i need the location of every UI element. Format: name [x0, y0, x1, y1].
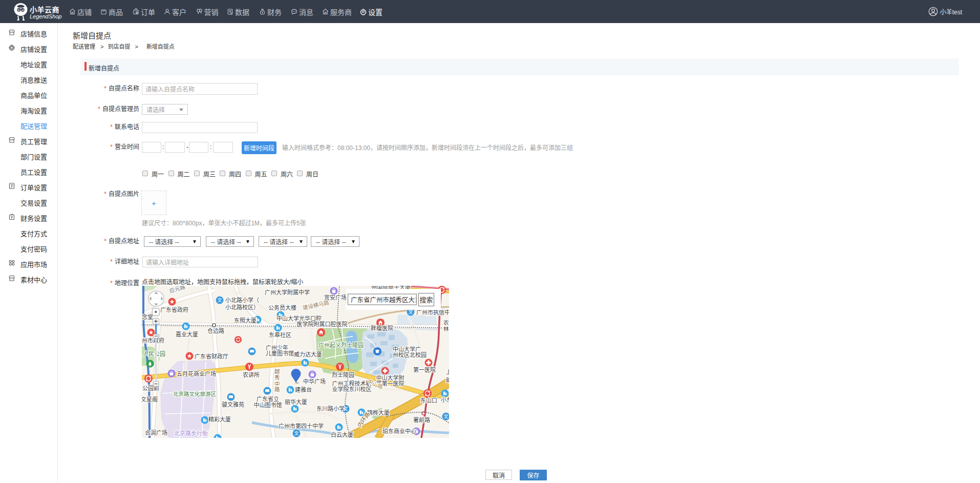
- svg-text:东山口: 东山口: [420, 397, 437, 404]
- svg-text:北京路步行街: 北京路步行街: [174, 430, 208, 436]
- svg-text:威力达大厦: 威力达大厦: [294, 351, 322, 358]
- svg-text:农: 农: [443, 320, 449, 326]
- svg-text:文星阁: 文星阁: [142, 396, 158, 403]
- svg-text:念堂: 念堂: [142, 313, 153, 320]
- svg-text:东川路小学: 东川路小学: [316, 405, 345, 412]
- svg-text:胖瘤医院: 胖瘤医院: [371, 325, 393, 331]
- svg-text:小北路小学（: 小北路小学（: [225, 297, 259, 303]
- svg-text:搜索: 搜索: [419, 296, 433, 304]
- svg-text:仓边路: 仓边路: [207, 327, 224, 334]
- svg-text:合润广场: 合润广场: [145, 429, 167, 436]
- svg-text:广东省广州市越秀区大东: 广东省广州市越秀区大东: [351, 296, 421, 304]
- svg-text:广州大学附属中学: 广州大学附属中学: [265, 289, 310, 296]
- svg-text:丽华大厦: 丽华大厦: [285, 398, 307, 405]
- svg-text:广东省财政厅: 广东省财政厅: [195, 353, 228, 360]
- svg-text:建雅台: 建雅台: [295, 386, 312, 393]
- svg-text:业学院东川校区: 业学院东川校区: [332, 386, 372, 392]
- svg-text:东皋社区: 东皋社区: [269, 331, 291, 338]
- svg-text:农讲所: 农讲所: [243, 371, 260, 378]
- svg-text:嘉业大厦: 嘉业大厦: [176, 331, 198, 338]
- svg-text:广州起义烈士陵园: 广州起义烈士陵园: [318, 342, 364, 348]
- svg-text:骏文雅苑: 骏文雅苑: [222, 401, 244, 408]
- svg-text:州校区北校园: 州校区北校园: [393, 351, 427, 358]
- svg-text:珀东商业中心: 珀东商业中心: [382, 428, 416, 434]
- svg-text:署前路: 署前路: [413, 416, 430, 423]
- svg-text:北京路文化旅游区: 北京路文化旅游区: [173, 391, 216, 397]
- svg-text:越: 越: [274, 368, 280, 374]
- svg-text:白云大厦: 白云大厦: [331, 431, 353, 438]
- svg-text:儿童图书馆: 儿童图书馆: [266, 350, 294, 356]
- svg-text:小东: 小东: [441, 397, 449, 403]
- svg-text:中华广场: 中华广场: [303, 378, 326, 385]
- svg-text:五月花商业广场: 五月花商业广场: [177, 370, 216, 377]
- svg-text:东照大厦: 东照大厦: [234, 317, 257, 324]
- svg-text:精彩大厦: 精彩大厦: [208, 416, 231, 423]
- svg-text:中山图书馆: 中山图书馆: [254, 402, 282, 408]
- svg-text:医学院附属口腔医院: 医学院附属口腔医院: [297, 321, 348, 327]
- svg-text:路: 路: [446, 377, 449, 383]
- svg-text:广东省政府: 广东省政府: [160, 306, 188, 313]
- svg-text:上: 上: [446, 369, 449, 375]
- svg-text:路: 路: [274, 386, 280, 392]
- svg-text:广州市第四十中学: 广州市第四十中学: [279, 423, 324, 429]
- svg-text:公务员大楼: 公务员大楼: [268, 304, 296, 311]
- svg-text:人民公园: 人民公园: [143, 351, 165, 357]
- svg-text:小北路校区）: 小北路校区）: [225, 304, 259, 310]
- svg-text:林: 林: [443, 326, 449, 332]
- svg-text:第一医院: 第一医院: [413, 366, 436, 373]
- svg-text:秀: 秀: [274, 374, 280, 381]
- svg-text:广东省立: 广东省立: [257, 395, 279, 402]
- svg-text:烈士陵园: 烈士陵园: [332, 371, 354, 378]
